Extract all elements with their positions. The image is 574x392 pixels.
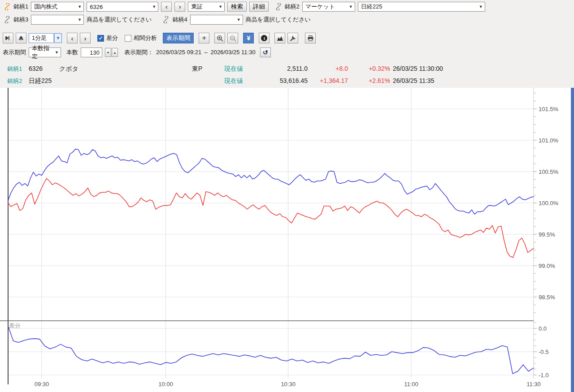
period-label: 表示期間 [3,48,26,56]
collapse-left-button[interactable] [3,33,13,43]
chevron-down-icon: ▼ [78,17,82,22]
window-edge [571,88,574,392]
symbol1-prev-button[interactable]: ‹ [161,2,172,12]
quote-label: 銘柄2 [7,77,22,85]
diff-panel-label: 差分 [9,322,21,330]
y-axis-label: 101.0% [539,137,559,144]
chart-type-button[interactable] [274,33,285,43]
chevron-down-icon: ▼ [218,4,222,9]
symbol4-label: 銘柄4 [172,16,187,24]
diff-axis-label: -1.0 [539,372,548,379]
symbol2-name-select[interactable]: 日経225▼ [358,2,485,12]
symbol3-select[interactable]: ▼ [31,15,84,25]
chevron-down-icon: ▼ [479,4,483,9]
symbol1-code-combo[interactable]: 6326▼ [87,2,158,12]
y-axis-label: 100.5% [539,168,559,175]
chevron-down-icon: ▼ [78,4,82,9]
symbol1-exchange-select[interactable]: 東証▼ [188,2,225,12]
quote-row-symbol2: 銘柄2 日経225 現在値 53,616.45 +1,364.17 +2.61%… [0,75,574,87]
zoom-in-button[interactable] [214,33,225,43]
quote-timestamp: 26/03/25 11:35 [393,77,434,84]
x-axis-label: 11:00 [404,381,418,388]
symbol1-next-button[interactable]: › [174,2,185,12]
quote-label: 銘柄1 [7,65,22,73]
y-axis-label: 101.5% [539,106,559,112]
info-icon: i [261,35,267,41]
info-button[interactable]: i [259,33,270,43]
count-decrement-button[interactable]: ▼ [105,48,111,57]
symbol1-label: 銘柄1 [13,3,28,11]
comparison-chart[interactable]: 101.5%101.0%100.5%100.0%99.5%99.0%98.5%0… [0,88,574,392]
count-increment-button[interactable]: ▲ [112,48,118,57]
zoom-out-button[interactable] [227,33,238,43]
quote-change-pct: +2.61% [316,77,390,84]
x-axis-label: 09:30 [35,381,49,388]
symbol-selector-row-2: 銘柄3 ▼ 商品を選択してください 銘柄4 ▼ 商品を選択してください [0,15,311,25]
yen-scale-button[interactable]: ¥ [243,33,254,43]
chevron-down-icon: ▼ [237,17,241,22]
quote-market: 東P [192,65,202,73]
crosshair-icon: + [202,34,206,43]
search-button[interactable]: 検索 [227,2,247,12]
quote-name: クボタ [59,65,78,73]
diff-checkbox-label[interactable]: 差分 [106,34,118,42]
comparison-chart-area: 101.5%101.0%100.5%100.0%99.5%99.0%98.5%0… [0,88,574,392]
correlation-checkbox[interactable] [125,35,131,42]
period-range-value: 2026/03/25 09:21 ～ 2026/03/25 11:30 [156,48,256,56]
period-mode-select[interactable]: 本数指定▼ [29,47,61,57]
symbol2-label: 銘柄2 [285,3,300,11]
symbol4-hint: 商品を選択してください [246,16,311,24]
collapse-up-button[interactable] [16,33,26,43]
diff-axis-label: -0.5 [539,349,548,355]
interval-dropdown-button[interactable]: ▼ [54,33,62,43]
detail-button[interactable]: 詳細 [249,2,269,12]
diff-axis-label: 0.0 [539,325,547,332]
quote-change-pct: +0.32% [316,65,390,72]
chevron-down-icon: ▼ [55,50,59,55]
check-icon: ✓ [99,35,103,41]
zoom-in-icon [217,35,223,42]
x-axis-label: 10:00 [158,381,173,388]
period-controls-row: 表示期間 本数指定▼ 本数 130 ▼ ▲ 表示期間： 2026/03/25 0… [0,47,271,57]
link-icon [162,16,170,23]
mountain-chart-icon [277,35,283,41]
diff-checkbox[interactable]: ✓ [97,35,104,42]
chart-toolbar: 1分足 ▼ ‹ › ✓ 差分 相関分析 表示期間 + ¥ i [0,33,316,43]
link-icon [4,16,11,23]
y-axis-label: 99.0% [539,263,555,269]
interval-input[interactable]: 1分足 [29,33,54,43]
reset-icon: ↺ [263,49,268,56]
x-axis-label: 10:30 [281,381,296,388]
chevron-down-icon: ▼ [56,36,60,40]
quote-code: 6326 [29,65,43,72]
next-interval-button[interactable]: › [80,33,91,43]
settings-button[interactable] [287,33,298,43]
chevron-down-icon: ▼ [152,4,156,9]
display-period-toggle-button[interactable]: 表示期間 [163,33,194,43]
bar-count-label: 本数 [66,48,78,56]
crosshair-button[interactable]: + [199,33,209,43]
printer-icon [307,35,314,42]
symbol3-hint: 商品を選択してください [87,16,152,24]
quote-timestamp: 26/03/25 11:30:00 [393,65,443,72]
prev-interval-button[interactable]: ‹ [67,33,78,43]
collapse-up-icon [18,35,24,41]
chevron-down-icon: ▼ [349,4,353,9]
symbol2-category-select[interactable]: マーケット▼ [302,2,355,12]
reset-period-button[interactable]: ↺ [260,47,271,57]
link-icon [275,3,282,10]
period-range-label: 表示期間： [124,48,153,56]
symbol4-select[interactable]: ▼ [190,15,243,25]
symbol1-category-select[interactable]: 国内株式▼ [31,2,84,12]
wrench-icon [290,35,296,42]
correlation-checkbox-label[interactable]: 相関分析 [134,34,157,42]
symbol3-label: 銘柄3 [13,16,28,24]
y-axis-label: 99.5% [539,231,555,238]
y-axis-label: 100.0% [539,200,559,207]
bar-count-input[interactable]: 130 [81,47,102,57]
link-icon [4,3,11,10]
quote-row-symbol1: 銘柄1 6326 クボタ 東P 現在値 2,511.0 +8.0 +0.32% … [0,63,574,75]
print-button[interactable] [305,33,316,43]
symbol-selector-row-1: 銘柄1 国内株式▼ 6326▼ ‹ › 東証▼ 検索 詳細 銘柄2 マーケット▼… [0,2,485,12]
collapse-left-icon [5,35,11,41]
